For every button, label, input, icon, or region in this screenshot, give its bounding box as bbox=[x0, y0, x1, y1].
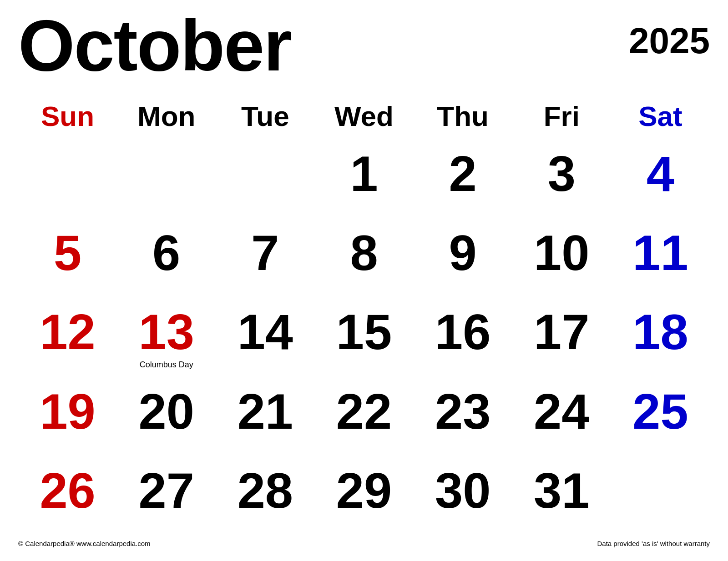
day-header-sun: Sun bbox=[18, 95, 117, 141]
day-cell-oct10: 10 bbox=[512, 220, 611, 300]
day-header-mon: Mon bbox=[117, 95, 216, 141]
day-cell-oct14: 14 bbox=[216, 300, 314, 379]
day-cell-oct7: 7 bbox=[216, 220, 314, 300]
calendar-grid: Sun Mon Tue Wed Thu Fri Sat 1 2 3 4 5 6 … bbox=[18, 95, 710, 537]
day-cell-oct13: 13 Columbus Day bbox=[117, 300, 216, 379]
day-cell-oct17: 17 bbox=[512, 300, 611, 379]
day-cell bbox=[117, 141, 216, 220]
day-cell-oct16: 16 bbox=[414, 300, 512, 379]
footer: © Calendarpedia® www.calendarpedia.com D… bbox=[18, 537, 710, 547]
day-header-tue: Tue bbox=[216, 95, 314, 141]
year-title: 2025 bbox=[629, 9, 710, 59]
day-cell-oct22: 22 bbox=[314, 379, 413, 458]
day-cell-oct18: 18 bbox=[611, 300, 710, 379]
day-cell-oct24: 24 bbox=[512, 379, 611, 458]
day-cell-empty-end bbox=[611, 458, 710, 537]
day-cell-oct28: 28 bbox=[216, 458, 314, 537]
calendar-header: October 2025 bbox=[18, 9, 710, 82]
month-title: October bbox=[18, 9, 291, 82]
day-cell-oct4: 4 bbox=[611, 141, 710, 220]
day-cell-oct29: 29 bbox=[314, 458, 413, 537]
day-cell-oct20: 20 bbox=[117, 379, 216, 458]
calendar-container: October 2025 Sun Mon Tue Wed Thu Fri Sat… bbox=[0, 0, 728, 561]
day-cell-oct2: 2 bbox=[414, 141, 512, 220]
day-cell-oct9: 9 bbox=[414, 220, 512, 300]
day-header-fri: Fri bbox=[512, 95, 611, 141]
day-cell-oct5: 5 bbox=[18, 220, 117, 300]
columbus-day-label: Columbus Day bbox=[140, 360, 193, 370]
day-cell-oct19: 19 bbox=[18, 379, 117, 458]
day-cell-oct8: 8 bbox=[314, 220, 413, 300]
footer-right: Data provided 'as is' without warranty bbox=[597, 540, 710, 547]
day-cell-oct27: 27 bbox=[117, 458, 216, 537]
day-cell bbox=[18, 141, 117, 220]
day-header-sat: Sat bbox=[611, 95, 710, 141]
day-cell bbox=[216, 141, 314, 220]
day-header-thu: Thu bbox=[414, 95, 512, 141]
day-cell-oct6: 6 bbox=[117, 220, 216, 300]
day-cell-oct31: 31 bbox=[512, 458, 611, 537]
day-header-wed: Wed bbox=[314, 95, 413, 141]
day-cell-oct25: 25 bbox=[611, 379, 710, 458]
day-cell-oct11: 11 bbox=[611, 220, 710, 300]
day-cell-oct30: 30 bbox=[414, 458, 512, 537]
day-cell-oct1: 1 bbox=[314, 141, 413, 220]
footer-left: © Calendarpedia® www.calendarpedia.com bbox=[18, 540, 151, 547]
day-cell-oct21: 21 bbox=[216, 379, 314, 458]
day-cell-oct15: 15 bbox=[314, 300, 413, 379]
day-cell-oct12: 12 bbox=[18, 300, 117, 379]
day-cell-oct23: 23 bbox=[414, 379, 512, 458]
day-cell-oct3: 3 bbox=[512, 141, 611, 220]
day-cell-oct26: 26 bbox=[18, 458, 117, 537]
